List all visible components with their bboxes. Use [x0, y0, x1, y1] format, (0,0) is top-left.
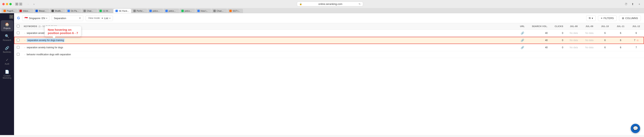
country-selector[interactable]: 🇸🇬 Singapore EN ▾ — [22, 15, 49, 21]
tab-pagespy[interactable]: PageS... — [2, 9, 17, 13]
minimize-button[interactable] — [6, 3, 8, 5]
new-tab-button[interactable]: + — [637, 2, 642, 6]
maximize-button[interactable] — [9, 3, 12, 5]
jul10-cell: 6 — [597, 44, 613, 51]
row-checkbox[interactable] — [17, 39, 20, 41]
tab-label: (1) W... — [103, 10, 110, 12]
tab-label: Chan... — [217, 10, 224, 12]
tab-seranking[interactable]: SE Rank... — [114, 9, 131, 13]
tab-w[interactable]: (1) W... — [98, 9, 113, 13]
sidebar-collapse-button[interactable]: › — [9, 15, 13, 19]
url-cell[interactable]: 🔗 — [516, 30, 529, 37]
close-button[interactable] — [2, 3, 5, 5]
tab-favicon — [134, 10, 136, 12]
expand-icon[interactable]: › — [24, 52, 26, 57]
address-bar[interactable]: 🔒 online.seranking.com ↻ — [297, 1, 363, 6]
tab-inbox[interactable]: Inbox... — [18, 9, 33, 13]
search-vol-cell — [529, 51, 550, 58]
filters-button[interactable]: ≡ FILTERS — [598, 15, 617, 21]
jul12-cell: 7 — [628, 44, 644, 51]
tab-howt[interactable]: How t... — [196, 9, 211, 13]
table-row: › separation anxiety training for dogs 🔗… — [14, 44, 644, 51]
tab-label: Inbox... — [23, 10, 30, 12]
jul09-cell — [582, 51, 597, 58]
table-container: KEYWORDS (1 - 52 OUT OF 52) URL SEARCH V… — [14, 23, 644, 135]
keyword-input-container[interactable]: ✕ — [52, 15, 83, 21]
tab-label: How t... — [201, 10, 208, 12]
sidebar-toggle-button[interactable]: ⊞ — [15, 2, 18, 6]
google-logo: G — [17, 16, 20, 20]
copy-button[interactable]: ⧉ ▾ — [586, 15, 596, 21]
sidebar-item-content[interactable]: 📄 Content Marketing — [1, 68, 13, 81]
tab-onpage[interactable]: On Pa... — [66, 9, 81, 13]
header-checkbox-cell[interactable] — [14, 23, 21, 30]
tab-favicon — [84, 10, 86, 12]
tab-petco3[interactable]: petco... — [180, 9, 195, 13]
url-cell[interactable]: 🔗 — [516, 37, 529, 44]
back-button[interactable]: ‹ — [26, 2, 30, 6]
url-link-icon[interactable]: 🔗 — [521, 31, 524, 35]
header-jul11: JUL-11 — [613, 23, 628, 30]
jul12-cell: 7 ↑1 — [628, 37, 644, 44]
expand-icon[interactable]: › — [24, 30, 26, 36]
history-button[interactable]: ⏱ — [624, 2, 628, 6]
row-checkbox[interactable] — [17, 31, 20, 34]
header-keywords: KEYWORDS (1 - 52 OUT OF 52) — [21, 23, 516, 30]
row-checkbox-cell[interactable] — [14, 37, 21, 44]
sidebar-label-research: Research — [3, 39, 11, 41]
tab-shafik[interactable]: Shafik... — [50, 9, 65, 13]
sidebar-item-research[interactable]: 🔍 Research — [1, 32, 13, 43]
tab-favicon — [150, 10, 152, 12]
sidebar-item-backlinks[interactable]: 🔗 Backlinks — [1, 44, 13, 55]
sidebar-item-projects[interactable]: 🏠 Projects — [1, 20, 13, 31]
tab-perfor[interactable]: Perfor... — [132, 9, 147, 13]
columns-label: COLUMNS — [625, 17, 638, 20]
tab-petco1[interactable]: petco... — [148, 9, 163, 13]
refresh-icon[interactable]: ↻ — [359, 3, 360, 5]
sidebar-item-audit[interactable]: ✓ Audit — [1, 56, 13, 67]
jul09-cell: No data — [582, 44, 597, 51]
expand-icon[interactable]: › — [24, 38, 26, 43]
tab-label: SGT t... — [233, 10, 240, 12]
url-link-icon[interactable]: 🔗 — [521, 39, 524, 42]
jul10-cell: 6 — [597, 37, 613, 44]
select-all-checkbox[interactable] — [17, 25, 20, 27]
tab-favicon — [20, 10, 22, 12]
columns-button[interactable]: ⊞ COLUMNS — [619, 15, 641, 21]
tabs-bar: PageS... Inbox... Bitwar... Shafik... On… — [0, 8, 644, 13]
jul10-cell: 6 — [597, 30, 613, 37]
tab-label: petco... — [185, 10, 192, 12]
url-cell[interactable]: 🔗 — [516, 44, 529, 51]
audit-icon: ✓ — [6, 58, 8, 62]
row-checkbox[interactable] — [17, 53, 20, 56]
share-button[interactable]: ⬆ — [630, 2, 635, 6]
sidebar-label-backlinks: Backlinks — [3, 51, 11, 53]
row-checkbox-cell[interactable] — [14, 51, 21, 58]
keyword-search-input[interactable] — [54, 17, 77, 20]
forward-button[interactable]: › — [32, 2, 36, 6]
tab-bitwarden[interactable]: Bitwar... — [34, 9, 49, 13]
chat-button[interactable]: 💬 — [631, 124, 640, 133]
jul12-value: 7 — [634, 39, 636, 42]
window-option-button[interactable]: ∨ — [19, 2, 22, 6]
tab-petco2[interactable]: petco... — [164, 9, 179, 13]
keyword-text: behavior modification dogs with separati… — [27, 53, 71, 56]
tab-favicon — [116, 10, 118, 12]
view-mode-selector[interactable]: View mode: ≡ List ▾ — [86, 15, 113, 21]
clear-keyword-button[interactable]: ✕ — [79, 16, 81, 20]
view-mode-label: View mode: — [88, 17, 100, 19]
tab-label: Perfor... — [137, 10, 144, 12]
toolbar: G 🇸🇬 Singapore EN ▾ ✕ View mode: ≡ List … — [14, 13, 644, 23]
row-checkbox-cell[interactable] — [14, 44, 21, 51]
jul11-cell: 6 — [613, 37, 628, 44]
row-checkbox-cell[interactable] — [14, 30, 21, 37]
tab-chat[interactable]: Chat... — [82, 9, 97, 13]
sidebar-label-content: Content Marketing — [2, 75, 12, 79]
row-checkbox[interactable] — [17, 46, 20, 49]
country-flag: 🇸🇬 — [24, 16, 28, 20]
tab-chan[interactable]: Chan... — [212, 9, 227, 13]
url-link-icon[interactable]: 🔗 — [521, 46, 524, 49]
tab-sgt[interactable]: SGT t... — [228, 9, 243, 13]
expand-icon[interactable]: › — [24, 45, 26, 50]
tab-label: Bitwar... — [39, 10, 46, 12]
